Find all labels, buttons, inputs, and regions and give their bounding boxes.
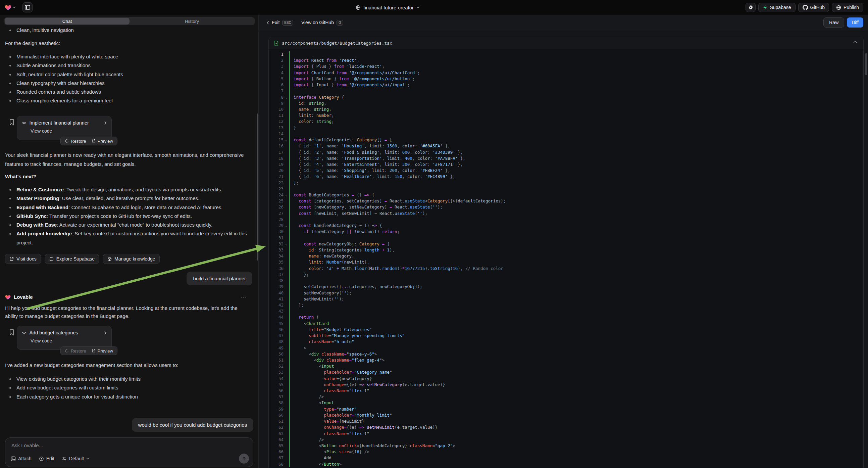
chevron-down-icon	[416, 6, 420, 8]
code-line: 54 value={newCategory}	[269, 376, 863, 382]
code-line: 15⌄const defaultCategories: Category[] =…	[269, 137, 863, 143]
bookmark-icon[interactable]	[9, 119, 14, 125]
preview-button[interactable]: Preview	[92, 139, 113, 144]
code-line: 24⌄const BudgetCategories = () => {	[269, 192, 863, 198]
assistant-intro-text: I'll help you add budget categories to t…	[5, 304, 252, 320]
view-code-link[interactable]: View code	[31, 128, 107, 134]
lovable-heart-icon	[5, 4, 11, 10]
code-line: 64 />	[269, 437, 863, 443]
raw-toggle-button[interactable]: Raw	[824, 18, 844, 28]
toggle-sidebar-button[interactable]	[23, 2, 33, 12]
list-item: Add project knowledge: Set key context o…	[5, 229, 252, 247]
code-line: 32⌄ const newCategoryObj: Category = {	[269, 241, 863, 247]
github-button[interactable]: GitHub	[798, 3, 829, 12]
code-line: 19 { id: '4', name: 'Entertainment', lim…	[269, 162, 863, 168]
project-name: financial-future-creator	[363, 5, 414, 10]
list-item: Glass-morphic elements for a premium fee…	[5, 96, 252, 105]
code-line: 5import { Button } from '@/components/ui…	[269, 76, 863, 82]
code-line: 12 color: string;	[269, 118, 863, 124]
version-title: Add budget categories	[29, 330, 78, 335]
code-scrollbar[interactable]	[865, 53, 867, 75]
preview-button[interactable]: Preview	[92, 349, 113, 353]
list-item: Debug with Ease: Activate our experiment…	[5, 221, 252, 229]
chevron-up-icon[interactable]	[853, 40, 857, 43]
code-line: 66 <Plus size={16} />	[269, 449, 863, 455]
assistant-ready-text: Your sleek financial planner is now read…	[5, 151, 252, 169]
code-line: 43	[269, 308, 863, 314]
sidebar-icon	[25, 5, 30, 10]
code-line: 34 name: newCategory,	[269, 253, 863, 259]
assistant-added-text: I've added a new budget categories manag…	[5, 362, 252, 368]
globe-icon	[355, 5, 361, 10]
tab-chat[interactable]: Chat	[5, 18, 129, 25]
bullet-dot-icon	[9, 91, 11, 93]
chevron-down-icon	[86, 458, 89, 460]
composer: Attach Edit Default	[5, 437, 253, 467]
code-line: 23	[269, 186, 863, 192]
design-heading: For the design aesthetic:	[5, 40, 252, 46]
lovable-logo-menu[interactable]	[5, 4, 16, 10]
restore-icon	[65, 139, 69, 143]
supabase-icon	[763, 5, 767, 10]
supabase-button[interactable]: Supabase	[758, 3, 795, 12]
settings-button[interactable]	[746, 3, 755, 12]
code-line: 39 setCategories([...categories, newCate…	[269, 284, 863, 290]
file-header[interactable]: src/components/budget/BudgetCategories.t…	[269, 37, 863, 49]
send-button[interactable]	[239, 454, 249, 464]
code-line: 13}	[269, 125, 863, 131]
chevron-left-icon	[267, 21, 269, 25]
bullet-dot-icon	[9, 189, 11, 191]
list-item: Minimalist interface with plenty of whit…	[5, 52, 252, 61]
attach-button[interactable]: Attach	[11, 456, 32, 461]
list-item: Clean, intuitive navigation	[5, 26, 252, 35]
model-selector[interactable]: Default	[62, 456, 89, 461]
supabase-label: Supabase	[770, 5, 791, 10]
more-options-icon[interactable]: ···	[241, 294, 247, 300]
app-window: financial-future-creator Supabase GitHub	[0, 0, 868, 468]
edit-button[interactable]: Edit	[39, 456, 54, 461]
restore-preview-toolbar: Restore Preview	[60, 137, 118, 145]
bullet-dot-icon	[9, 378, 11, 380]
user-message: build a financial planner	[187, 272, 252, 285]
explore-supabase-button[interactable]: Explore Supabase	[45, 254, 99, 264]
chat-scrollbar[interactable]	[257, 114, 258, 261]
external-link-icon	[92, 349, 96, 353]
view-on-github-button[interactable]: View on GitHub G	[301, 20, 343, 26]
restore-button[interactable]: Restore	[65, 349, 86, 353]
exit-button[interactable]: Exit ESC	[267, 20, 293, 26]
code-line: 37 };	[269, 272, 863, 277]
publish-button[interactable]: Publish	[832, 3, 863, 12]
bullet-dot-icon	[9, 224, 11, 226]
view-code-link[interactable]: View code	[31, 338, 107, 344]
tab-history[interactable]: History	[129, 18, 254, 25]
file-diff-card: src/components/budget/BudgetCategories.t…	[269, 37, 864, 468]
chevron-right-icon	[104, 331, 107, 335]
code-line: 58 <Input	[269, 400, 863, 406]
manage-knowledge-button[interactable]: Manage knowledge	[103, 254, 159, 264]
external-link-icon	[9, 257, 14, 261]
bookmark-icon[interactable]	[9, 329, 14, 336]
bullet-dot-icon	[9, 233, 11, 235]
restore-button[interactable]: Restore	[65, 139, 86, 144]
code-line: 2import React from 'react';	[269, 57, 863, 63]
package-icon	[107, 257, 112, 261]
attach-image-icon	[11, 456, 16, 461]
diff-toggle-button[interactable]: Diff	[847, 18, 863, 28]
list-item: Each category gets a unique color for vi…	[5, 392, 252, 401]
visit-docs-button[interactable]: Visit docs	[5, 254, 41, 264]
chat-input[interactable]	[11, 442, 247, 451]
restore-icon	[65, 349, 69, 353]
list-item: Expand with Backend: Connect Supabase to…	[5, 203, 252, 212]
bullet-dot-icon	[9, 65, 11, 66]
publish-globe-icon	[836, 5, 841, 10]
code-line: 18 { id: '3', name: 'Transportation', li…	[269, 155, 863, 162]
project-switcher[interactable]: financial-future-creator	[355, 0, 420, 15]
code-line: 1	[269, 51, 863, 57]
code-line: 65 <Button onClick={handleAddCategory} c…	[269, 443, 863, 449]
target-icon	[39, 456, 44, 461]
code-line: 3import { Plus } from 'lucide-react';	[269, 63, 863, 69]
list-item: GitHub Sync: Transfer your project's cod…	[5, 212, 252, 221]
chevron-right-icon	[104, 121, 107, 125]
code-line: 45 <ChartCard	[269, 321, 863, 327]
code-line: 36 color: '#' + Math.floor(Math.random()…	[269, 266, 863, 272]
